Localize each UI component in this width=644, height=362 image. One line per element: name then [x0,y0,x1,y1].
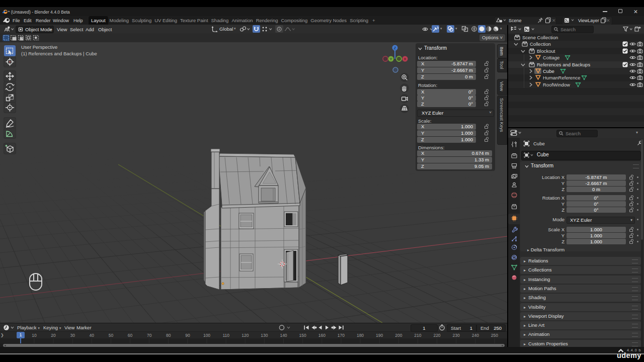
svg-text:40: 40 [90,333,95,338]
svg-text:190: 190 [376,333,383,338]
svg-text:240: 240 [472,333,479,338]
svg-text:100: 100 [203,333,210,338]
svg-text:Y: Y [389,57,392,61]
svg-text:X: X [404,57,407,61]
svg-text:170: 170 [338,333,345,338]
svg-text:120: 120 [242,333,249,338]
svg-text:70: 70 [147,333,152,338]
svg-text:20: 20 [51,333,56,338]
svg-text:160: 160 [318,333,326,338]
svg-text:30: 30 [70,333,75,338]
svg-text:130: 130 [261,333,268,338]
svg-text:250: 250 [491,333,498,338]
svg-text:90: 90 [185,333,190,338]
svg-text:220: 220 [433,333,440,338]
svg-text:60: 60 [128,333,133,338]
svg-text:10: 10 [32,333,37,338]
svg-text:80: 80 [166,333,171,338]
svg-text:Z: Z [394,46,396,50]
svg-text:50: 50 [109,333,114,338]
svg-text:140: 140 [280,333,287,338]
svg-text:180: 180 [357,333,364,338]
svg-text:210: 210 [414,333,421,338]
svg-text:200: 200 [395,333,402,338]
svg-text:150: 150 [299,333,306,338]
svg-text:230: 230 [453,333,460,338]
svg-text:110: 110 [222,333,229,338]
